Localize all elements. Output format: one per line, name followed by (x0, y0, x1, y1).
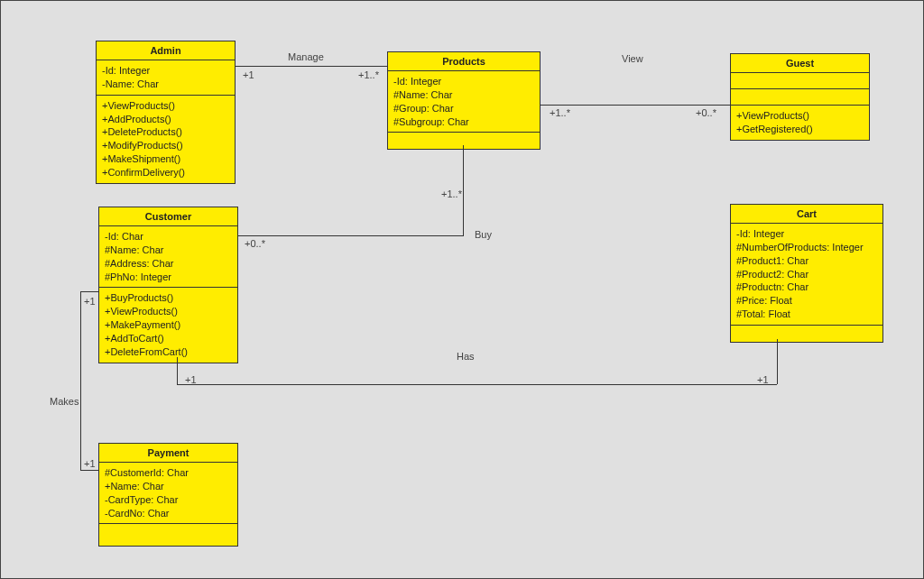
class-cart-attrs: -Id: Integer #NumberOfProducts: Integer … (731, 224, 882, 326)
class-customer-attrs: -Id: Char #Name: Char #Address: Char #Ph… (99, 226, 237, 288)
class-customer-title: Customer (99, 207, 237, 226)
label-has: Has (457, 351, 475, 362)
mult-makes-bot: +1 (84, 458, 96, 469)
class-cart-ops (731, 326, 882, 342)
attr: #Product2: Char (736, 268, 877, 281)
class-guest-ops: +ViewProducts() +GetRegistered() (731, 106, 869, 140)
attr: -Id: Integer (736, 227, 877, 241)
op: +ModifyProducts() (102, 139, 229, 152)
connector-buy-v (463, 145, 464, 235)
class-guest-attrs (731, 73, 869, 89)
mult-buy-right: +1..* (441, 188, 462, 199)
class-guest: Guest +ViewProducts() +GetRegistered() (730, 53, 870, 141)
op: +ConfirmDelivery() (102, 166, 229, 179)
op: +AddToCart() (105, 332, 232, 345)
attr: #Subgroup: Char (393, 115, 534, 129)
connector-buy-h (238, 235, 464, 236)
class-payment-ops (99, 524, 237, 546)
op: +MakePayment() (105, 318, 232, 332)
attr: #Product1: Char (736, 254, 877, 268)
class-admin: Admin -Id: Integer -Name: Char +ViewProd… (96, 41, 236, 184)
op: +ViewProducts() (102, 99, 229, 113)
connector-makes-h2 (80, 470, 98, 471)
class-guest-attrs2 (731, 89, 869, 106)
connector-manage (236, 66, 387, 67)
mult-manage-left: +1 (243, 69, 254, 80)
mult-view-left: +1..* (550, 107, 570, 118)
attr: -Id: Integer (102, 64, 229, 78)
label-manage: Manage (288, 51, 324, 62)
mult-makes-top: +1 (84, 296, 96, 307)
class-cart: Cart -Id: Integer #NumberOfProducts: Int… (730, 204, 883, 343)
connector-makes-h1 (80, 291, 98, 292)
mult-has-right: +1 (757, 374, 769, 385)
attr: #Total: Float (736, 308, 877, 321)
class-admin-ops: +ViewProducts() +AddProducts() +DeletePr… (97, 96, 235, 183)
label-makes: Makes (50, 396, 79, 407)
attr: -Id: Integer (393, 75, 534, 88)
attr: -Name: Char (102, 78, 229, 91)
mult-manage-right: +1..* (358, 69, 379, 80)
class-payment: Payment #CustomerId: Char +Name: Char -C… (98, 443, 238, 547)
attr: #CustomerId: Char (105, 466, 232, 480)
class-products-ops (388, 133, 540, 149)
connector-has-v1 (177, 357, 178, 384)
attr: -CardType: Char (105, 493, 232, 507)
op: +ViewProducts() (736, 109, 864, 123)
class-cart-title: Cart (731, 205, 882, 224)
mult-buy-left: +0..* (245, 238, 265, 249)
op: +DeleteFromCart() (105, 345, 232, 359)
class-payment-title: Payment (99, 444, 237, 463)
class-customer-ops: +BuyProducts() +ViewProducts() +MakePaym… (99, 288, 237, 362)
class-products-title: Products (388, 52, 540, 71)
op: +BuyProducts() (105, 291, 232, 305)
connector-makes-v (80, 291, 81, 470)
class-admin-attrs: -Id: Integer -Name: Char (97, 60, 235, 96)
class-guest-title: Guest (731, 54, 869, 73)
op: +ViewProducts() (105, 305, 232, 318)
class-payment-attrs: #CustomerId: Char +Name: Char -CardType:… (99, 463, 237, 524)
connector-has-h (177, 384, 777, 385)
op: +GetRegistered() (736, 123, 864, 136)
connector-view (541, 105, 730, 106)
attr: #Productn: Char (736, 280, 877, 294)
mult-has-left: +1 (185, 374, 197, 385)
class-admin-title: Admin (97, 41, 235, 60)
attr: -Id: Char (105, 230, 232, 244)
op: +MakeShipment() (102, 152, 229, 166)
attr: #Group: Char (393, 102, 534, 115)
connector-has-v2 (777, 339, 778, 384)
class-products: Products -Id: Integer #Name: Char #Group… (387, 51, 541, 150)
label-buy: Buy (475, 229, 492, 240)
attr: #Address: Char (105, 257, 232, 271)
attr: #Price: Float (736, 294, 877, 308)
label-view: View (622, 53, 643, 64)
op: +AddProducts() (102, 113, 229, 126)
op: +DeleteProducts() (102, 125, 229, 139)
attr: #NumberOfProducts: Integer (736, 241, 877, 254)
class-customer: Customer -Id: Char #Name: Char #Address:… (98, 207, 238, 363)
attr: #Name: Char (393, 88, 534, 102)
attr: -CardNo: Char (105, 507, 232, 520)
attr: #PhNo: Integer (105, 271, 232, 284)
attr: +Name: Char (105, 480, 232, 493)
class-products-attrs: -Id: Integer #Name: Char #Group: Char #S… (388, 71, 540, 133)
mult-view-right: +0..* (696, 107, 716, 118)
attr: #Name: Char (105, 244, 232, 257)
